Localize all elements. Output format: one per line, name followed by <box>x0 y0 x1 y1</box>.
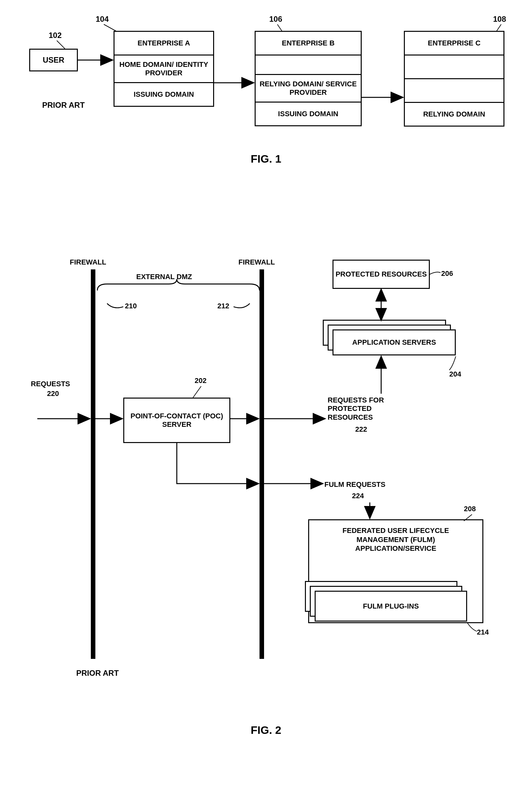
ref-222: 222 <box>355 425 367 434</box>
ref-102: 102 <box>49 31 62 40</box>
entB-row0: ENTERPRISE B <box>255 32 361 55</box>
page: USER 102 ENTERPRISE A HOME DOMAIN/ IDENT… <box>0 0 532 790</box>
entC-row1 <box>405 55 504 78</box>
ref-208: 208 <box>464 505 476 513</box>
entA-row1: HOME DOMAIN/ IDENTITY PROVIDER <box>115 55 213 82</box>
svg-line-3 <box>496 24 501 32</box>
ref-108: 108 <box>493 15 506 24</box>
protected-label: PROTECTED RESOURCES <box>336 270 426 278</box>
ref-204: 204 <box>449 370 461 379</box>
user-box: USER <box>29 49 78 71</box>
requests-label: REQUESTS <box>31 380 70 388</box>
entC-row3: RELYING DOMAIN <box>405 102 504 126</box>
enterprise-c: ENTERPRISE C RELYING DOMAIN <box>404 31 505 127</box>
entC-row0: ENTERPRISE C <box>405 32 504 55</box>
enterprise-a: ENTERPRISE A HOME DOMAIN/ IDENTITY PROVI… <box>114 31 214 107</box>
ref-206: 206 <box>441 270 453 278</box>
plugins-box: FULM PLUG-INS <box>315 591 467 622</box>
entB-row3: ISSUING DOMAIN <box>255 102 361 125</box>
ref-104: 104 <box>96 15 109 24</box>
user-label: USER <box>43 55 64 65</box>
firewall-bar-left <box>91 270 95 659</box>
app-servers-label: APPLICATION SERVERS <box>352 338 436 347</box>
entA-row0: ENTERPRISE A <box>115 32 213 55</box>
firewall-bar-right <box>260 270 264 659</box>
svg-line-7 <box>193 386 201 398</box>
entA-row2: ISSUING DOMAIN <box>115 82 213 106</box>
svg-line-0 <box>57 41 65 49</box>
fig1-title: FIG. 1 <box>0 152 532 165</box>
enterprise-b: ENTERPRISE B RELYING DOMAIN/ SERVICE PRO… <box>255 31 362 126</box>
ref-202: 202 <box>195 376 207 385</box>
fulm-req-label: FULM REQUESTS <box>324 480 385 489</box>
plugins-label: FULM PLUG-INS <box>363 602 419 610</box>
ref-224: 224 <box>352 492 364 500</box>
svg-line-1 <box>104 24 117 32</box>
entB-row1 <box>255 55 361 74</box>
fig1-prior-art: PRIOR ART <box>42 100 85 110</box>
ref-214: 214 <box>477 628 489 637</box>
app-servers: APPLICATION SERVERS <box>332 329 456 355</box>
fig2-prior-art: PRIOR ART <box>76 668 119 678</box>
entC-row2 <box>405 78 504 102</box>
firewall-right-label: FIREWALL <box>239 258 275 267</box>
poc-box: POINT-OF-CONTACT (POC) SERVER <box>123 398 230 443</box>
poc-label: POINT-OF-CONTACT (POC) SERVER <box>128 412 226 429</box>
protected-resources: PROTECTED RESOURCES <box>332 260 430 289</box>
ref-220: 220 <box>47 389 59 398</box>
fig2-title: FIG. 2 <box>0 724 532 736</box>
ref-212: 212 <box>217 302 229 310</box>
req-protected-label: REQUESTS FOR PROTECTED RESOURCES <box>328 396 418 422</box>
fulm-label: FEDERATED USER LIFECYCLE MANAGEMENT (FUL… <box>309 520 482 553</box>
entB-row2: RELYING DOMAIN/ SERVICE PROVIDER <box>255 74 361 102</box>
firewall-left-label: FIREWALL <box>70 258 106 267</box>
ref-210: 210 <box>125 302 137 310</box>
svg-line-2 <box>277 24 282 32</box>
ref-106: 106 <box>269 15 282 24</box>
dmz-label: EXTERNAL DMZ <box>136 273 192 281</box>
